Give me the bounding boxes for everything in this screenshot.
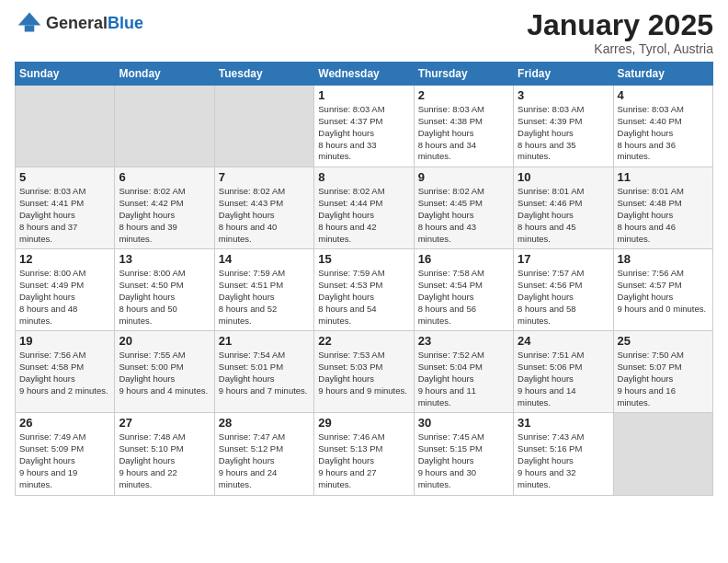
day-info: Sunrise: 7:52 AMSunset: 5:04 PMDaylight … <box>418 350 509 408</box>
day-number: 25 <box>618 334 709 348</box>
day-info: Sunrise: 7:45 AMSunset: 5:15 PMDaylight … <box>418 431 509 490</box>
calendar-cell: 6Sunrise: 8:02 AMSunset: 4:42 PMDaylight… <box>115 167 214 249</box>
calendar-cell: 21Sunrise: 7:54 AMSunset: 5:01 PMDayligh… <box>214 331 313 413</box>
day-number: 20 <box>119 334 210 348</box>
calendar-cell: 30Sunrise: 7:45 AMSunset: 5:15 PMDayligh… <box>414 413 513 495</box>
day-number: 23 <box>418 334 509 348</box>
day-info: Sunrise: 8:03 AMSunset: 4:37 PMDaylight … <box>318 104 409 163</box>
day-number: 26 <box>19 416 110 430</box>
day-info: Sunrise: 8:03 AMSunset: 4:38 PMDaylight … <box>418 104 509 163</box>
calendar-cell: 13Sunrise: 8:00 AMSunset: 4:50 PMDayligh… <box>115 249 214 331</box>
calendar-cell: 1Sunrise: 8:03 AMSunset: 4:37 PMDaylight… <box>314 86 414 167</box>
day-info: Sunrise: 8:02 AMSunset: 4:44 PMDaylight … <box>318 186 409 245</box>
day-number: 13 <box>119 252 210 266</box>
day-number: 2 <box>418 88 509 102</box>
weekday-header-friday: Friday <box>514 63 613 86</box>
calendar-cell: 27Sunrise: 7:48 AMSunset: 5:10 PMDayligh… <box>115 413 214 495</box>
day-info: Sunrise: 7:46 AMSunset: 5:13 PMDaylight … <box>318 431 409 490</box>
calendar-cell: 14Sunrise: 7:59 AMSunset: 4:51 PMDayligh… <box>214 249 313 331</box>
calendar-cell: 5Sunrise: 8:03 AMSunset: 4:41 PMDaylight… <box>16 167 115 249</box>
day-info: Sunrise: 7:51 AMSunset: 5:06 PMDaylight … <box>518 350 609 408</box>
calendar-cell: 10Sunrise: 8:01 AMSunset: 4:46 PMDayligh… <box>514 167 613 249</box>
day-info: Sunrise: 8:02 AMSunset: 4:43 PMDaylight … <box>219 186 310 245</box>
calendar-table: SundayMondayTuesdayWednesdayThursdayFrid… <box>15 62 713 495</box>
day-number: 31 <box>518 416 609 430</box>
day-number: 11 <box>618 170 709 184</box>
day-number: 1 <box>318 88 409 102</box>
week-row-4: 19Sunrise: 7:56 AMSunset: 4:58 PMDayligh… <box>16 331 713 413</box>
calendar-cell: 26Sunrise: 7:49 AMSunset: 5:09 PMDayligh… <box>16 413 115 495</box>
day-info: Sunrise: 7:50 AMSunset: 5:07 PMDaylight … <box>618 350 709 408</box>
calendar-cell: 24Sunrise: 7:51 AMSunset: 5:06 PMDayligh… <box>514 331 613 413</box>
calendar-cell: 20Sunrise: 7:55 AMSunset: 5:00 PMDayligh… <box>115 331 214 413</box>
calendar-cell: 17Sunrise: 7:57 AMSunset: 4:56 PMDayligh… <box>514 249 613 331</box>
day-info: Sunrise: 8:00 AMSunset: 4:49 PMDaylight … <box>19 268 110 327</box>
day-info: Sunrise: 7:55 AMSunset: 5:00 PMDaylight … <box>119 350 210 396</box>
calendar-cell: 3Sunrise: 8:03 AMSunset: 4:39 PMDaylight… <box>514 86 613 167</box>
day-number: 17 <box>518 252 609 266</box>
day-number: 18 <box>618 252 709 266</box>
calendar-cell: 4Sunrise: 8:03 AMSunset: 4:40 PMDaylight… <box>613 86 712 167</box>
day-info: Sunrise: 7:49 AMSunset: 5:09 PMDaylight … <box>19 431 110 490</box>
day-info: Sunrise: 7:56 AMSunset: 4:58 PMDaylight … <box>19 350 110 396</box>
week-row-5: 26Sunrise: 7:49 AMSunset: 5:09 PMDayligh… <box>16 413 713 495</box>
logo-general: General <box>46 14 108 32</box>
day-info: Sunrise: 7:59 AMSunset: 4:53 PMDaylight … <box>318 268 409 327</box>
day-number: 19 <box>19 334 110 348</box>
calendar-cell: 9Sunrise: 8:02 AMSunset: 4:45 PMDaylight… <box>414 167 513 249</box>
day-number: 27 <box>119 416 210 430</box>
day-number: 6 <box>119 170 210 184</box>
calendar-cell: 23Sunrise: 7:52 AMSunset: 5:04 PMDayligh… <box>414 331 513 413</box>
day-info: Sunrise: 8:03 AMSunset: 4:39 PMDaylight … <box>518 104 609 163</box>
day-info: Sunrise: 7:43 AMSunset: 5:16 PMDaylight … <box>518 431 609 490</box>
calendar-cell: 2Sunrise: 8:03 AMSunset: 4:38 PMDaylight… <box>414 86 513 167</box>
svg-rect-1 <box>25 26 35 32</box>
header: GeneralBlue January 2025 Karres, Tyrol, … <box>15 9 713 56</box>
calendar-cell: 15Sunrise: 7:59 AMSunset: 4:53 PMDayligh… <box>314 249 414 331</box>
calendar-cell: 18Sunrise: 7:56 AMSunset: 4:57 PMDayligh… <box>613 249 712 331</box>
calendar-cell: 29Sunrise: 7:46 AMSunset: 5:13 PMDayligh… <box>314 413 414 495</box>
logo: GeneralBlue <box>15 9 143 39</box>
weekday-header-thursday: Thursday <box>414 63 513 86</box>
calendar-cell <box>613 413 712 495</box>
day-info: Sunrise: 8:03 AMSunset: 4:40 PMDaylight … <box>618 104 709 163</box>
day-number: 10 <box>518 170 609 184</box>
calendar-cell: 16Sunrise: 7:58 AMSunset: 4:54 PMDayligh… <box>414 249 513 331</box>
title-area: January 2025 Karres, Tyrol, Austria <box>527 9 713 56</box>
logo-icon <box>17 9 42 35</box>
calendar-cell: 12Sunrise: 8:00 AMSunset: 4:49 PMDayligh… <box>16 249 115 331</box>
day-number: 8 <box>318 170 409 184</box>
day-number: 15 <box>318 252 409 266</box>
day-info: Sunrise: 7:48 AMSunset: 5:10 PMDaylight … <box>119 431 210 490</box>
day-info: Sunrise: 7:56 AMSunset: 4:57 PMDaylight … <box>618 268 709 315</box>
day-number: 22 <box>318 334 409 348</box>
day-info: Sunrise: 7:47 AMSunset: 5:12 PMDaylight … <box>219 431 310 490</box>
weekday-header-wednesday: Wednesday <box>314 63 414 86</box>
week-row-3: 12Sunrise: 8:00 AMSunset: 4:49 PMDayligh… <box>16 249 713 331</box>
day-info: Sunrise: 8:03 AMSunset: 4:41 PMDaylight … <box>19 186 110 245</box>
day-info: Sunrise: 7:58 AMSunset: 4:54 PMDaylight … <box>418 268 509 327</box>
calendar-cell: 19Sunrise: 7:56 AMSunset: 4:58 PMDayligh… <box>16 331 115 413</box>
weekday-header-tuesday: Tuesday <box>214 63 313 86</box>
calendar-cell: 22Sunrise: 7:53 AMSunset: 5:03 PMDayligh… <box>314 331 414 413</box>
day-number: 7 <box>219 170 310 184</box>
day-info: Sunrise: 8:02 AMSunset: 4:42 PMDaylight … <box>119 186 210 245</box>
week-row-1: 1Sunrise: 8:03 AMSunset: 4:37 PMDaylight… <box>16 86 713 167</box>
weekday-header-saturday: Saturday <box>613 63 712 86</box>
weekday-header-monday: Monday <box>115 63 214 86</box>
day-number: 24 <box>518 334 609 348</box>
calendar-cell: 8Sunrise: 8:02 AMSunset: 4:44 PMDaylight… <box>314 167 414 249</box>
calendar-cell: 31Sunrise: 7:43 AMSunset: 5:16 PMDayligh… <box>514 413 613 495</box>
day-number: 3 <box>518 88 609 102</box>
location-subtitle: Karres, Tyrol, Austria <box>527 41 713 56</box>
day-info: Sunrise: 7:57 AMSunset: 4:56 PMDaylight … <box>518 268 609 327</box>
calendar-cell: 25Sunrise: 7:50 AMSunset: 5:07 PMDayligh… <box>613 331 712 413</box>
day-info: Sunrise: 7:53 AMSunset: 5:03 PMDaylight … <box>318 350 409 396</box>
day-number: 16 <box>418 252 509 266</box>
calendar-cell: 7Sunrise: 8:02 AMSunset: 4:43 PMDaylight… <box>214 167 313 249</box>
day-info: Sunrise: 8:01 AMSunset: 4:48 PMDaylight … <box>618 186 709 245</box>
month-title: January 2025 <box>527 9 713 41</box>
day-number: 5 <box>19 170 110 184</box>
calendar-cell <box>214 86 313 167</box>
day-number: 29 <box>318 416 409 430</box>
